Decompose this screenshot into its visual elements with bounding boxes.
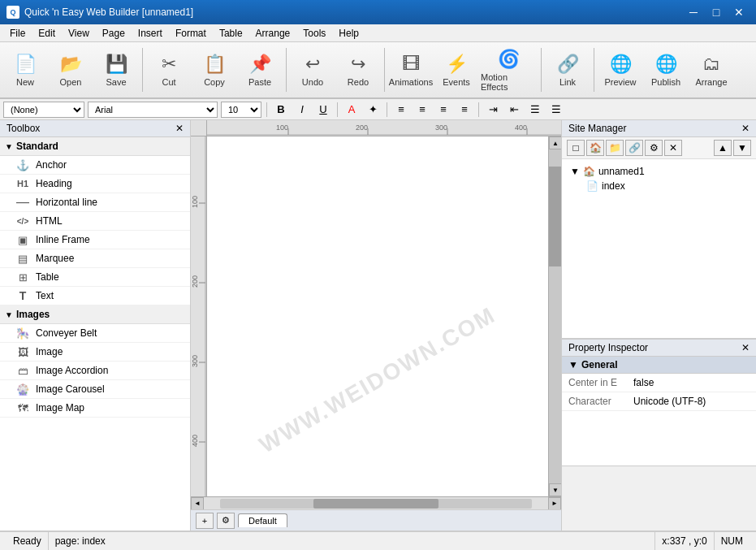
toolbox-close-icon[interactable]: ✕	[175, 123, 184, 134]
toolbox-item-text[interactable]: T Text	[0, 287, 190, 305]
toolbox-item-conveyer-belt[interactable]: 🎠 Conveyer Belt	[0, 324, 190, 343]
publish-button[interactable]: 🌐 Publish	[644, 45, 688, 95]
preview-button[interactable]: 🌐 Preview	[598, 45, 642, 95]
align-left-button[interactable]: ≡	[392, 102, 410, 118]
canvas-inner[interactable]: WWW.WEIDOWN.COM	[207, 136, 548, 496]
sm-new-page-button[interactable]: □	[567, 140, 585, 156]
canvas-page: WWW.WEIDOWN.COM	[207, 136, 548, 496]
bottom-extra	[562, 466, 756, 531]
list-unordered-button[interactable]: ☰	[526, 102, 544, 118]
toolbar-separator-2	[286, 48, 287, 92]
undo-button[interactable]: ↩ Undo	[291, 45, 335, 95]
events-button[interactable]: ⚡ Events	[434, 45, 478, 95]
site-manager-close-icon[interactable]: ✕	[741, 123, 750, 134]
toolbox-item-marquee-label: Marquee	[36, 253, 74, 264]
toolbox-scroll[interactable]: ▼ Standard ⚓ Anchor H1 Heading — Horizon…	[0, 137, 190, 531]
underline-button[interactable]: U	[314, 102, 332, 118]
toolbox-item-anchor[interactable]: ⚓ Anchor	[0, 156, 190, 175]
add-page-button[interactable]: +	[196, 513, 214, 529]
bold-button[interactable]: B	[272, 102, 290, 118]
menu-arrange[interactable]: Arrange	[249, 26, 297, 41]
menu-insert[interactable]: Insert	[132, 26, 169, 41]
sm-link-button[interactable]: 🔗	[625, 140, 643, 156]
toolbox-item-table[interactable]: ⊞ Table	[0, 268, 190, 287]
sm-home-button[interactable]: 🏠	[586, 140, 604, 156]
sm-up-button[interactable]: ▲	[714, 140, 732, 156]
arrange-button[interactable]: 🗂 Arrange	[689, 45, 733, 95]
menu-help[interactable]: Help	[332, 26, 365, 41]
close-button[interactable]: ✕	[728, 4, 750, 20]
page-settings-button[interactable]: ⚙	[217, 513, 235, 529]
menu-table[interactable]: Table	[213, 26, 249, 41]
pi-title: Property Inspector	[568, 342, 648, 353]
list-ordered-button[interactable]: ☰	[547, 102, 565, 118]
sm-folder-button[interactable]: 📁	[606, 140, 624, 156]
font-select[interactable]: Arial	[88, 102, 218, 118]
v-scrollbar-thumb[interactable]	[549, 167, 561, 266]
tree-index-icon: 📄	[586, 180, 598, 192]
menu-page[interactable]: Page	[96, 26, 132, 41]
pi-close-icon[interactable]: ✕	[741, 342, 750, 353]
tree-item-root[interactable]: ▼ 🏠 unnamed1	[567, 164, 751, 179]
image-carousel-icon: 🎡	[16, 383, 29, 396]
toolbox-item-horizontal-line[interactable]: — Horizontal line	[0, 193, 190, 212]
tree-expand-icon: ▼	[570, 166, 580, 177]
link-button[interactable]: 🔗 Link	[546, 45, 590, 95]
italic-button[interactable]: I	[293, 102, 311, 118]
indent-increase-button[interactable]: ⇥	[484, 102, 502, 118]
v-scrollbar[interactable]: ▲ ▼	[548, 136, 561, 496]
sm-down-button[interactable]: ▼	[733, 140, 751, 156]
maximize-button[interactable]: □	[706, 4, 727, 20]
align-center-button[interactable]: ≡	[413, 102, 431, 118]
h-scrollbar[interactable]: ◄ ►	[191, 496, 561, 509]
paste-button[interactable]: 📌 Paste	[238, 45, 282, 95]
redo-button[interactable]: ↪ Redo	[336, 45, 380, 95]
new-button[interactable]: 📄 New	[3, 45, 47, 95]
page-tab-default[interactable]: Default	[238, 513, 287, 527]
toolbox-item-html[interactable]: </> HTML	[0, 212, 190, 231]
indent-decrease-button[interactable]: ⇤	[505, 102, 523, 118]
section-images[interactable]: ▼ Images	[0, 305, 190, 324]
style-select[interactable]: (None)	[3, 102, 84, 118]
menu-format[interactable]: Format	[169, 26, 213, 41]
scroll-up-button[interactable]: ▲	[549, 136, 561, 149]
toolbox-item-inline-frame[interactable]: ▣ Inline Frame	[0, 231, 190, 249]
tree-item-index[interactable]: 📄 index	[567, 179, 751, 193]
copy-button[interactable]: 📋 Copy	[192, 45, 236, 95]
toolbox-item-image-carousel[interactable]: 🎡 Image Carousel	[0, 380, 190, 399]
save-button[interactable]: 💾 Save	[94, 45, 138, 95]
minimize-button[interactable]: ─	[683, 4, 704, 20]
animations-button[interactable]: 🎞 Animations	[389, 45, 433, 95]
main-content: Toolbox ✕ ▼ Standard ⚓ Anchor H1 Heading…	[0, 120, 756, 531]
sm-delete-button[interactable]: ✕	[664, 140, 682, 156]
scroll-right-button[interactable]: ►	[548, 497, 561, 510]
image-accordion-icon: 🗃	[16, 364, 29, 377]
toolbox-item-marquee[interactable]: ▤ Marquee	[0, 249, 190, 268]
toolbox-item-image-accordion[interactable]: 🗃 Image Accordion	[0, 362, 190, 380]
scroll-left-button[interactable]: ◄	[191, 497, 204, 510]
toolbox-item-image[interactable]: 🖼 Image	[0, 343, 190, 362]
open-button[interactable]: 📂 Open	[49, 45, 93, 95]
highlight-button[interactable]: ✦	[364, 102, 382, 118]
collapse-standard-icon: ▼	[5, 142, 13, 151]
scroll-down-button[interactable]: ▼	[549, 483, 561, 496]
align-right-button[interactable]: ≡	[434, 102, 452, 118]
align-justify-button[interactable]: ≡	[456, 102, 473, 118]
menu-tools[interactable]: Tools	[296, 26, 332, 41]
size-select[interactable]: 10	[221, 102, 261, 118]
site-manager-toolbar: □ 🏠 📁 🔗 ⚙ ✕ ▲ ▼	[562, 137, 756, 159]
status-coords: x:337 , y:0	[655, 532, 714, 550]
toolbox-item-image-map[interactable]: 🗺 Image Map	[0, 399, 190, 418]
cut-button[interactable]: ✂ Cut	[147, 45, 191, 95]
h-scrollbar-thumb[interactable]	[313, 499, 438, 509]
status-page: page: index	[49, 532, 656, 550]
redo-label: Redo	[348, 77, 369, 87]
menu-edit[interactable]: Edit	[32, 26, 62, 41]
font-color-button[interactable]: A	[343, 102, 361, 118]
section-standard[interactable]: ▼ Standard	[0, 137, 190, 156]
motion-effects-button[interactable]: 🌀 Motion Effects	[480, 45, 537, 95]
menu-file[interactable]: File	[3, 26, 32, 41]
sm-settings-button[interactable]: ⚙	[645, 140, 663, 156]
toolbox-item-heading[interactable]: H1 Heading	[0, 175, 190, 193]
menu-view[interactable]: View	[62, 26, 96, 41]
